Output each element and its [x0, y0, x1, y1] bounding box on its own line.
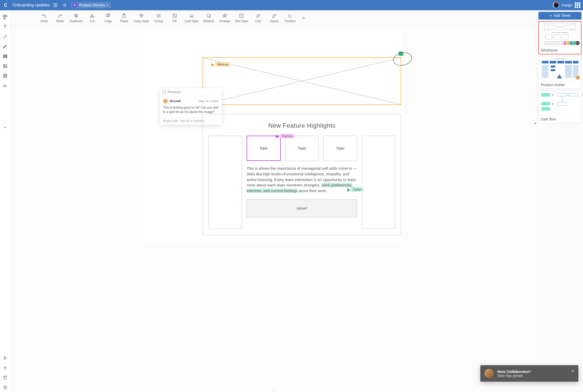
- svg-rect-33: [562, 35, 569, 39]
- svg-rect-40: [573, 61, 579, 63]
- svg-rect-41: [542, 65, 549, 78]
- text-tool-icon[interactable]: [1, 22, 10, 31]
- collaborator-cursor-katrina: Katrina: [275, 134, 295, 138]
- sheet-thumbnail-product-review[interactable]: Product review Product review: [538, 56, 581, 89]
- collaborator-stack: [577, 75, 580, 80]
- sidebar-box-right[interactable]: [362, 136, 395, 228]
- avatar: [163, 99, 168, 103]
- page-artboard[interactable]: Melissa Resolved Russell May 18 1:: [144, 29, 402, 243]
- styles-button[interactable]: Styles: [266, 13, 282, 23]
- undo-button[interactable]: Undo: [36, 13, 52, 23]
- cut-button[interactable]: Cut: [84, 13, 100, 23]
- sheet-thumbnail-wireframe[interactable]: New Feature Highlights +2+ Wireframe: [538, 21, 581, 54]
- collaborator-cursor-dylan: Dylan: [346, 187, 364, 192]
- svg-point-6: [4, 65, 5, 66]
- svg-rect-10: [76, 15, 78, 17]
- resolved-label: Resolved: [168, 90, 181, 94]
- team-badge-icon: C: [72, 3, 77, 7]
- sheet-thumbnail-user-flow[interactable]: User flow: [538, 90, 581, 123]
- svg-rect-8: [4, 376, 6, 379]
- position-button[interactable]: Position: [282, 13, 298, 23]
- svg-rect-32: [554, 35, 561, 39]
- section-heading[interactable]: New Feature Highlights: [208, 122, 395, 129]
- shapes-tool-icon[interactable]: [1, 12, 10, 22]
- paste-button[interactable]: Paste: [116, 13, 132, 23]
- history-icon[interactable]: [52, 2, 59, 9]
- svg-rect-37: [550, 61, 556, 63]
- svg-point-3: [5, 15, 7, 17]
- svg-rect-47: [541, 93, 550, 97]
- fill-button[interactable]: Fill: [167, 13, 183, 23]
- svg-rect-4: [3, 55, 7, 58]
- table-tool-icon[interactable]: [1, 52, 10, 61]
- canvas[interactable]: Melissa Resolved Russell May 18 1:: [10, 26, 537, 392]
- cursor-label: Melissa: [214, 62, 231, 67]
- download-icon[interactable]: [1, 363, 10, 372]
- shadow-button[interactable]: Shadow: [201, 13, 217, 23]
- sheets-panel: ＋ Add Sheet New Feature Highlights +2+ W…: [537, 10, 583, 392]
- toast-title: New Collaborator!: [497, 369, 531, 374]
- copy-style-button[interactable]: Copy Style: [132, 13, 151, 23]
- more-tools-button[interactable]: [298, 16, 309, 20]
- collaborator-toast: New Collaborator! Dom has joined. ✕: [480, 365, 578, 382]
- apps-grid-icon[interactable]: [575, 2, 580, 8]
- close-icon[interactable]: ✕: [571, 369, 574, 374]
- add-sheet-button[interactable]: ＋ Add Sheet: [538, 12, 581, 20]
- comment-message: This is looking good so far! Can you add…: [163, 105, 219, 114]
- topic-card[interactable]: Topic: [247, 136, 281, 161]
- history-icon[interactable]: [1, 383, 10, 392]
- chart-tool-icon[interactable]: [1, 81, 10, 90]
- svg-text:Product review: Product review: [555, 58, 565, 60]
- topic-card[interactable]: Topic: [285, 136, 319, 161]
- svg-rect-38: [557, 61, 564, 63]
- content-frame[interactable]: New Feature Highlights Topic Topic Topic: [203, 114, 401, 235]
- sheet-label: Wireframe: [539, 46, 581, 54]
- team-selector[interactable]: C Product Owners ▾: [71, 2, 111, 8]
- document-tool-icon[interactable]: [1, 71, 10, 80]
- svg-rect-21: [207, 14, 210, 17]
- svg-rect-18: [157, 14, 160, 17]
- advert-box[interactable]: Advert: [247, 199, 357, 217]
- document-title[interactable]: Onboarding updates: [12, 3, 50, 7]
- svg-rect-50: [557, 93, 567, 96]
- sheet-label: Product review: [539, 81, 581, 88]
- collaborator-cursor-melissa: Melissa: [210, 62, 231, 67]
- copy-button[interactable]: Copy: [100, 13, 116, 23]
- text-style-button[interactable]: Text Style: [233, 13, 250, 23]
- arrange-button[interactable]: Arrange: [217, 13, 233, 23]
- cursor-label: Katrina: [279, 134, 295, 138]
- share-icon[interactable]: [1, 373, 10, 382]
- image-tool-icon[interactable]: [1, 61, 10, 71]
- chevron-down-icon: ▾: [107, 4, 108, 7]
- line-style-button[interactable]: Line Style: [183, 13, 201, 23]
- scroll-down-icon[interactable]: ﹀: [272, 389, 275, 392]
- collapse-right-panel-icon[interactable]: ◂: [534, 121, 536, 125]
- sidebar-box-left[interactable]: [208, 136, 242, 228]
- line-tool-icon[interactable]: [1, 32, 10, 41]
- play-icon[interactable]: [1, 353, 10, 363]
- topic-card[interactable]: Topic: [323, 136, 357, 161]
- image-placeholder[interactable]: [203, 57, 401, 105]
- group-button[interactable]: Group: [151, 13, 167, 23]
- body-text[interactable]: This is where the importance of manageri…: [247, 166, 357, 194]
- cursor-icon: [346, 187, 350, 192]
- svg-rect-23: [224, 14, 226, 16]
- expand-left-panel-icon[interactable]: ▸: [4, 125, 6, 129]
- svg-rect-42: [565, 65, 572, 78]
- brand-logo-icon[interactable]: [553, 2, 559, 8]
- link-button[interactable]: Link: [250, 13, 266, 23]
- svg-rect-31: [546, 35, 552, 39]
- star-icon[interactable]: [61, 2, 68, 9]
- svg-point-1: [55, 4, 56, 5]
- brand-name: Cango: [562, 3, 572, 7]
- duplicate-button[interactable]: Duplicate: [68, 13, 84, 23]
- pencil-tool-icon[interactable]: [1, 42, 10, 51]
- cursor-icon: [210, 62, 214, 67]
- redo-button[interactable]: Redo: [52, 13, 68, 23]
- app-logo-icon[interactable]: C: [3, 2, 9, 8]
- svg-rect-44: [551, 66, 555, 68]
- svg-marker-54: [552, 103, 554, 105]
- resolved-checkbox[interactable]: [163, 91, 166, 94]
- svg-marker-53: [552, 94, 554, 96]
- avatar: [484, 369, 494, 378]
